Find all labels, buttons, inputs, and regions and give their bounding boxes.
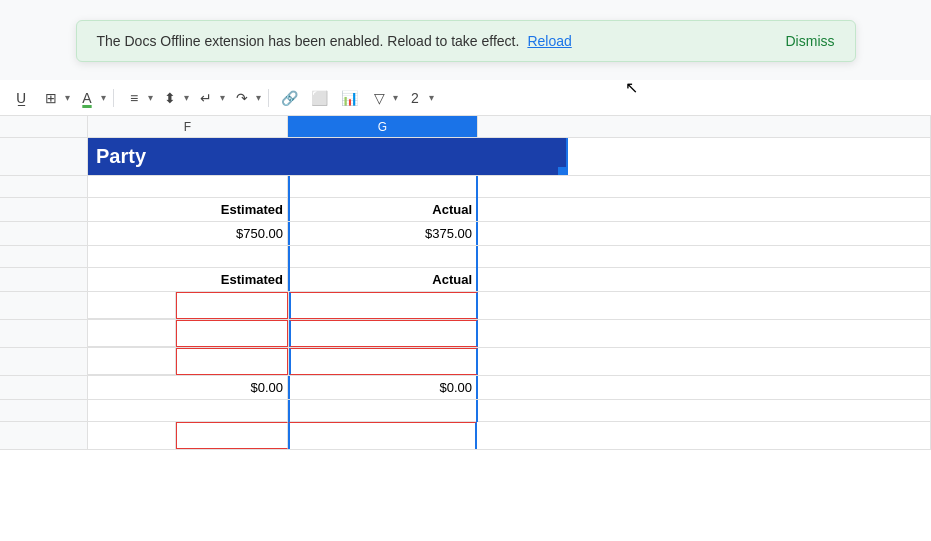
total-rest <box>478 376 931 399</box>
comment-icon[interactable]: ⬜ <box>306 85 332 111</box>
row-header-ri3 <box>0 348 88 375</box>
red-input-g-2[interactable] <box>289 320 478 347</box>
total-g[interactable]: $0.00 <box>288 376 478 399</box>
total-f[interactable]: $0.00 <box>88 376 288 399</box>
red-input-g-last[interactable] <box>288 422 477 449</box>
borders-arrow: ▾ <box>65 92 70 103</box>
rotate-toolbar-btn[interactable]: ↷ ▾ <box>229 85 261 111</box>
underline-toolbar-btn[interactable]: U̲ <box>8 85 34 111</box>
gap-row-2 <box>0 246 931 268</box>
value-row-1: $750.00 $375.00 <box>0 222 931 246</box>
rotate-arrow: ▾ <box>256 92 261 103</box>
link-icon[interactable]: 🔗 <box>276 85 302 111</box>
separator-1 <box>113 89 114 107</box>
align-toolbar-btn[interactable]: ≡ ▾ <box>121 85 153 111</box>
estimated-actual-row-2: Estimated Actual <box>0 268 931 292</box>
red-input-row-stub <box>0 292 931 320</box>
filter-icon[interactable]: ▽ <box>366 85 392 111</box>
row-header-ri2 <box>0 320 88 347</box>
party-title-cell[interactable]: Party <box>88 138 378 175</box>
stub-col-e-2 <box>88 320 176 347</box>
red-rest-2 <box>478 320 931 347</box>
align-arrow: ▾ <box>148 92 153 103</box>
column-headers: F G <box>0 116 931 138</box>
bg-color-arrow: ▾ <box>101 92 106 103</box>
valign-toolbar-btn[interactable]: ⬍ ▾ <box>157 85 189 111</box>
stub-col-e <box>88 292 176 319</box>
val-rest-1 <box>478 222 931 245</box>
freeze-arrow: ▾ <box>429 92 434 103</box>
party-g-cell[interactable] <box>378 138 568 175</box>
wrap-icon[interactable]: ↵ <box>193 85 219 111</box>
freeze-toolbar-btn[interactable]: 2 ▾ <box>402 85 434 111</box>
red-input-row-3 <box>0 348 931 376</box>
freeze-icon[interactable]: 2 <box>402 85 428 111</box>
gap-row-1 <box>0 176 931 198</box>
party-title: Party <box>96 145 146 168</box>
align-icon[interactable]: ≡ <box>121 85 147 111</box>
gap-rest-1 <box>478 176 931 198</box>
red-input-f-last[interactable] <box>176 422 288 449</box>
bg-color-toolbar-btn[interactable]: A ▾ <box>74 85 106 111</box>
borders-toolbar-btn[interactable]: ⊞ ▾ <box>38 85 70 111</box>
valign-arrow: ▾ <box>184 92 189 103</box>
est-rest-1 <box>478 198 931 221</box>
red-input-f-1[interactable] <box>176 292 288 319</box>
gap-rest-3 <box>478 400 931 422</box>
row-header-stub <box>0 292 88 319</box>
col-header-f[interactable]: F <box>88 116 288 137</box>
gap-rest-2 <box>478 246 931 268</box>
stub-col-e-last <box>88 422 176 449</box>
red-rest-1 <box>478 292 931 319</box>
row-header-val1 <box>0 222 88 245</box>
gap-row-3 <box>0 400 931 422</box>
estimated-label-2: Estimated <box>88 268 288 291</box>
gap-g-2 <box>288 246 478 268</box>
col-header-rest <box>478 116 931 137</box>
gap-g-1 <box>288 176 478 198</box>
red-input-f-2[interactable] <box>176 320 288 347</box>
last-red-row <box>0 422 931 450</box>
background-color-icon[interactable]: A <box>74 85 100 111</box>
red-rest-3 <box>478 348 931 375</box>
chart-icon[interactable]: 📊 <box>336 85 362 111</box>
estimated-value-1[interactable]: $750.00 <box>88 222 288 245</box>
underline-icon[interactable]: U̲ <box>8 85 34 111</box>
estimated-actual-row-1: Estimated Actual <box>0 198 931 222</box>
est-rest-2 <box>478 268 931 291</box>
separator-2 <box>268 89 269 107</box>
row-header-gap1 <box>0 176 88 197</box>
valign-icon[interactable]: ⬍ <box>157 85 183 111</box>
col-header-g[interactable]: G <box>288 116 478 137</box>
red-input-g-1[interactable] <box>289 292 478 319</box>
corner-cell <box>0 116 88 137</box>
actual-label-2: Actual <box>288 268 478 291</box>
last-rest <box>477 422 931 449</box>
actual-value-1[interactable]: $375.00 <box>288 222 478 245</box>
filter-arrow: ▾ <box>393 92 398 103</box>
gap-g-3 <box>288 400 478 422</box>
red-input-f-3[interactable] <box>176 348 288 375</box>
spreadsheet: F G Party Estimated Actual <box>0 116 931 541</box>
notification-banner: The Docs Offline extension has been enab… <box>76 20 856 62</box>
wrap-toolbar-btn[interactable]: ↵ ▾ <box>193 85 225 111</box>
actual-label-1: Actual <box>288 198 478 221</box>
row-header-total <box>0 376 88 399</box>
row-header-gap2 <box>0 246 88 267</box>
red-input-g-3[interactable] <box>289 348 478 375</box>
rotate-icon[interactable]: ↷ <box>229 85 255 111</box>
stub-col-e-3 <box>88 348 176 375</box>
row-header-est1 <box>0 198 88 221</box>
filter-toolbar-btn[interactable]: ▽ ▾ <box>366 85 398 111</box>
dismiss-button[interactable]: Dismiss <box>786 33 835 49</box>
row-header-party <box>0 138 88 175</box>
reload-link[interactable]: Reload <box>527 33 571 49</box>
gap-f-3 <box>88 400 288 422</box>
row-header-est2 <box>0 268 88 291</box>
row-header-gap3 <box>0 400 88 421</box>
party-rest-cell <box>568 138 931 175</box>
gap-f-1 <box>88 176 288 198</box>
notification-message: The Docs Offline extension has been enab… <box>97 33 520 49</box>
total-row: $0.00 $0.00 <box>0 376 931 400</box>
borders-icon[interactable]: ⊞ <box>38 85 64 111</box>
